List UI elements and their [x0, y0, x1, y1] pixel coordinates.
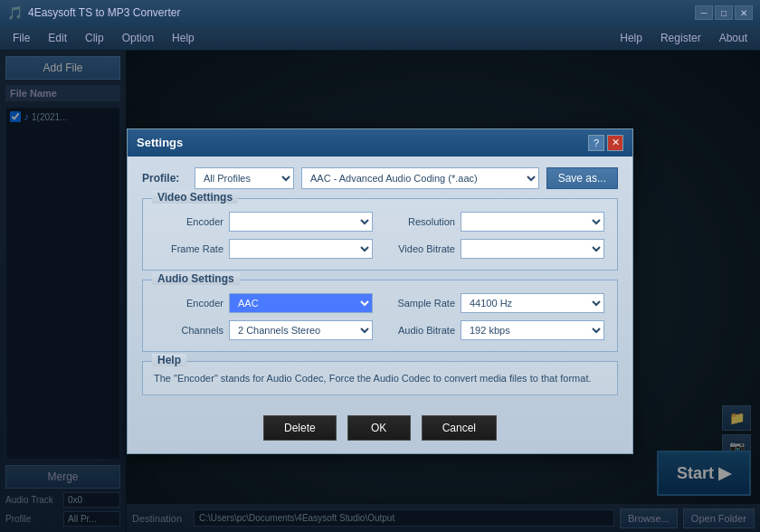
- encoder-select-audio[interactable]: AAC: [229, 293, 373, 313]
- sample-rate-label: Sample Rate: [387, 298, 455, 309]
- minimize-button[interactable]: ─: [695, 5, 713, 20]
- delete-button[interactable]: Delete: [263, 415, 337, 441]
- encoder-row-video: Encoder: [156, 212, 373, 232]
- dialog-controls: ? ✕: [588, 135, 623, 151]
- title-bar-controls: ─ □ ✕: [695, 5, 753, 20]
- title-bar: 🎵 4Easysoft TS to MP3 Converter ─ □ ✕: [0, 0, 760, 25]
- menu-edit[interactable]: Edit: [39, 28, 76, 48]
- ok-button[interactable]: OK: [347, 415, 411, 441]
- channels-label: Channels: [156, 325, 223, 336]
- sample-rate-row: Sample Rate 44100 Hz: [387, 293, 604, 313]
- format-select[interactable]: AAC - Advanced Audio Coding (*.aac): [301, 167, 539, 189]
- save-as-button[interactable]: Save as...: [546, 167, 618, 189]
- encoder-row-audio: Encoder AAC: [156, 293, 373, 313]
- audio-settings-grid: Encoder AAC Sample Rate 44100 Hz: [156, 293, 604, 340]
- profile-select[interactable]: All Profiles: [195, 167, 294, 189]
- video-settings-grid: Encoder Resolution Frame R: [156, 212, 604, 259]
- audio-settings-label: Audio Settings: [152, 272, 240, 285]
- title-bar-left: 🎵 4Easysoft TS to MP3 Converter: [7, 5, 181, 20]
- encoder-label-video: Encoder: [156, 216, 223, 227]
- help-text: The "Encoder" stands for Audio Codec, Fo…: [154, 371, 606, 386]
- dialog-help-button[interactable]: ?: [588, 135, 604, 151]
- app-title: 4Easysoft TS to MP3 Converter: [28, 6, 181, 19]
- frame-rate-label: Frame Rate: [156, 243, 223, 254]
- help-section-label: Help: [152, 354, 186, 366]
- modal-backdrop: Settings ? ✕ Profile: All Profiles AAC -…: [0, 51, 760, 532]
- video-settings-section: Video Settings Encoder Resolution: [142, 198, 618, 271]
- channels-select[interactable]: 2 Channels Stereo: [229, 320, 373, 340]
- video-bitrate-row: Video Bitrate: [387, 239, 604, 259]
- menu-option[interactable]: Option: [113, 28, 163, 48]
- menu-right: Help Register About: [611, 28, 756, 48]
- settings-dialog: Settings ? ✕ Profile: All Profiles AAC -…: [127, 128, 633, 455]
- resolution-row: Resolution: [387, 212, 604, 232]
- app-icon: 🎵: [7, 5, 23, 20]
- audio-settings-section: Audio Settings Encoder AAC Sample Rate 4…: [142, 280, 618, 352]
- frame-rate-select[interactable]: [229, 239, 373, 259]
- video-bitrate-label: Video Bitrate: [387, 243, 455, 254]
- menu-help[interactable]: Help: [163, 28, 204, 48]
- menu-clip[interactable]: Clip: [76, 28, 113, 48]
- audio-bitrate-label: Audio Bitrate: [387, 325, 455, 336]
- sample-rate-select[interactable]: 44100 Hz: [461, 293, 604, 313]
- dialog-footer: Delete OK Cancel: [128, 406, 632, 453]
- profile-label: Profile:: [142, 172, 187, 185]
- main-area: Add File File Name ♪ 1(2021... Merge Aud…: [0, 51, 760, 532]
- audio-bitrate-select[interactable]: 192 kbps: [461, 320, 604, 340]
- menu-help-right[interactable]: Help: [611, 28, 651, 48]
- menu-register[interactable]: Register: [651, 28, 710, 48]
- encoder-select-video[interactable]: [229, 212, 373, 232]
- maximize-button[interactable]: □: [715, 5, 733, 20]
- resolution-label: Resolution: [387, 216, 455, 227]
- dialog-title-bar: Settings ? ✕: [128, 129, 632, 157]
- channels-row: Channels 2 Channels Stereo: [156, 320, 373, 340]
- help-section: Help The "Encoder" stands for Audio Code…: [142, 361, 618, 396]
- profile-row: Profile: All Profiles AAC - Advanced Aud…: [142, 167, 618, 189]
- video-settings-label: Video Settings: [152, 191, 238, 204]
- menu-bar: File Edit Clip Option Help Help Register…: [0, 25, 760, 51]
- frame-rate-row: Frame Rate: [156, 239, 373, 259]
- audio-bitrate-row: Audio Bitrate 192 kbps: [387, 320, 604, 340]
- resolution-select[interactable]: [461, 212, 604, 232]
- menu-file[interactable]: File: [4, 28, 39, 48]
- dialog-title: Settings: [137, 136, 183, 149]
- cancel-button[interactable]: Cancel: [422, 415, 497, 441]
- video-bitrate-select[interactable]: [461, 239, 604, 259]
- encoder-label-audio: Encoder: [156, 298, 223, 309]
- dialog-close-button[interactable]: ✕: [607, 135, 623, 151]
- close-button[interactable]: ✕: [735, 5, 753, 20]
- dialog-body: Profile: All Profiles AAC - Advanced Aud…: [128, 157, 632, 407]
- menu-about[interactable]: About: [710, 28, 756, 48]
